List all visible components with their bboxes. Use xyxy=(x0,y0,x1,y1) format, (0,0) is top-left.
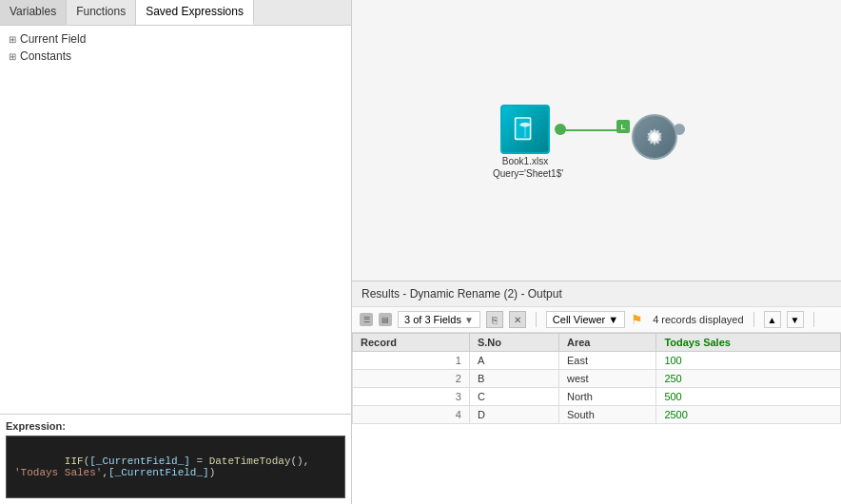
cell-todays-sales-3: 500 xyxy=(656,388,841,406)
cell-sno-2: B xyxy=(469,370,558,388)
toolbar-list-icon[interactable]: ☰ xyxy=(360,313,373,326)
expr-string-val: 'Todays Sales' xyxy=(14,467,102,478)
expand-icon-current-field: ⊞ xyxy=(9,34,16,45)
results-area: Results - Dynamic Rename (2) - Output ☰ … xyxy=(352,281,841,504)
cell-todays-sales-4: 2500 xyxy=(656,406,841,424)
cell-record-3: 3 xyxy=(353,388,470,406)
nav-up-button[interactable]: ▲ xyxy=(764,311,781,328)
tree-item-label-constants: Constants xyxy=(20,49,71,63)
toolbar-icon-copy[interactable]: ⎘ xyxy=(486,311,503,328)
tree-item-constants[interactable]: ⊞ Constants xyxy=(5,48,346,65)
results-title: Results - Dynamic Rename (2) - Output xyxy=(362,287,562,300)
col-header-sno: S.No xyxy=(469,334,558,352)
results-toolbar: ☰ ▤ 3 of 3 Fields ▼ ⎘ ✕ Cell Viewer ▼ ⚑ … xyxy=(352,307,841,333)
table-row: 4 D South 2500 xyxy=(353,406,841,424)
cell-area-4: South xyxy=(559,406,656,424)
tab-functions[interactable]: Functions xyxy=(67,0,136,25)
book-svg xyxy=(510,114,540,145)
xlsx-icon xyxy=(500,105,550,154)
gear-icon xyxy=(632,114,677,160)
cell-record-2: 2 xyxy=(353,370,470,388)
xlsx-label2: Query='Sheet1$' xyxy=(493,168,557,179)
table-row: 3 C North 500 xyxy=(353,388,841,406)
tab-variables[interactable]: Variables xyxy=(0,0,67,25)
expr-close: ) xyxy=(209,467,216,478)
expr-eq: = xyxy=(190,456,209,467)
xlsx-label1: Book1.xlsx xyxy=(493,156,557,166)
cell-sno-4: D xyxy=(469,406,558,424)
canvas-area: Book1.xlsx Query='Sheet1$' L xyxy=(352,0,841,281)
table-header-row: Record S.No Area Todays Sales xyxy=(353,334,841,352)
tab-bar: Variables Functions Saved Expressions xyxy=(0,0,351,26)
cell-viewer-selector[interactable]: Cell Viewer ▼ xyxy=(546,311,625,328)
nav-down-button[interactable]: ▼ xyxy=(787,311,804,328)
toolbar-separator-2 xyxy=(753,312,754,327)
expr-current-field: [_CurrentField_] xyxy=(89,456,190,467)
expr-current-field2: [_CurrentField_] xyxy=(108,467,209,478)
fields-dropdown-arrow: ▼ xyxy=(464,315,474,325)
results-table-container: Record S.No Area Todays Sales 1 A East 1… xyxy=(352,333,841,504)
cell-area-2: west xyxy=(559,370,656,388)
fields-selector[interactable]: 3 of 3 Fields ▼ xyxy=(398,311,480,328)
records-count: 4 records displayed xyxy=(653,314,743,325)
left-panel: Variables Functions Saved Expressions ⊞ … xyxy=(0,0,352,504)
results-header: Results - Dynamic Rename (2) - Output xyxy=(352,281,841,307)
col-header-todays-sales: Todays Sales xyxy=(656,334,841,352)
node-rename[interactable] xyxy=(628,114,681,160)
svg-rect-1 xyxy=(516,119,529,139)
cell-todays-sales-2: 250 xyxy=(656,370,841,388)
cell-sno-1: A xyxy=(469,352,558,370)
gear-svg xyxy=(640,123,669,151)
col-header-record: Record xyxy=(353,334,470,352)
main-container: Variables Functions Saved Expressions ⊞ … xyxy=(0,0,841,504)
cell-todays-sales-1: 100 xyxy=(656,352,841,370)
tree-item-current-field[interactable]: ⊞ Current Field xyxy=(5,30,346,48)
toolbar-separator-1 xyxy=(536,312,537,327)
cell-area-3: North xyxy=(559,388,656,406)
expr-datetime: DateTimeToday xyxy=(209,456,291,467)
tab-saved-expressions[interactable]: Saved Expressions xyxy=(136,0,254,25)
node-xlsx[interactable]: Book1.xlsx Query='Sheet1$' xyxy=(493,105,557,179)
expand-icon-constants: ⊞ xyxy=(9,51,16,62)
expr-parens: (), xyxy=(291,456,316,467)
warning-icon: ⚑ xyxy=(631,312,643,327)
toolbar-separator-3 xyxy=(813,312,814,327)
table-body: 1 A East 100 2 B west 250 3 C North 500 … xyxy=(353,352,841,424)
cell-area-1: East xyxy=(559,352,656,370)
expression-label: Expression: xyxy=(6,420,345,432)
table-row: 1 A East 100 xyxy=(353,352,841,370)
toolbar-filter-icon[interactable]: ▤ xyxy=(379,313,392,326)
expr-iif: IIF xyxy=(65,456,84,467)
fields-selector-label: 3 of 3 Fields xyxy=(404,314,461,325)
toolbar-icon-x[interactable]: ✕ xyxy=(509,311,526,328)
expression-box[interactable]: IIF([_CurrentField_] = DateTimeToday(), … xyxy=(6,436,345,498)
results-table: Record S.No Area Todays Sales 1 A East 1… xyxy=(352,333,841,424)
cell-viewer-label: Cell Viewer xyxy=(553,314,605,325)
tree-item-label-current-field: Current Field xyxy=(20,32,86,46)
cell-sno-3: C xyxy=(469,388,558,406)
table-row: 2 B west 250 xyxy=(353,370,841,388)
right-panel: Book1.xlsx Query='Sheet1$' L R xyxy=(352,0,841,504)
cell-viewer-arrow: ▼ xyxy=(608,314,618,325)
expression-area: Expression: IIF([_CurrentField_] = DateT… xyxy=(0,414,351,504)
tree-area: ⊞ Current Field ⊞ Constants xyxy=(0,26,351,414)
col-header-area: Area xyxy=(559,334,656,352)
cell-record-1: 1 xyxy=(353,352,470,370)
cell-record-4: 4 xyxy=(353,406,470,424)
